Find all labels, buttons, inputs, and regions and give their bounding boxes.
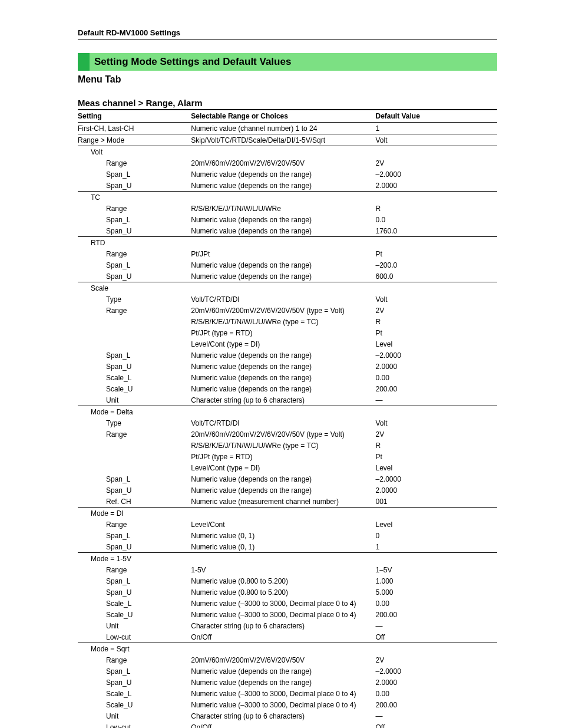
table-row: Mode = Delta bbox=[78, 406, 497, 418]
cell-range: 20mV/60mV/200mV/2V/6V/20V/50V bbox=[191, 654, 375, 666]
cell-range: Numeric value (depends on the range) bbox=[191, 259, 375, 271]
table-row: Low-cutOn/OffOff bbox=[78, 722, 497, 728]
cell-setting: Type bbox=[78, 417, 191, 429]
cell-setting: Type bbox=[78, 294, 191, 305]
cell-default: 200.00 bbox=[376, 609, 498, 620]
cell-default bbox=[376, 406, 498, 418]
table-row: RangeR/S/B/K/E/J/T/N/W/L/U/WReR bbox=[78, 203, 497, 214]
table-row: Scale_LNumeric value (–3000 to 3000, Dec… bbox=[78, 688, 497, 699]
cell-setting: RTD bbox=[78, 237, 191, 249]
cell-default: Off bbox=[376, 631, 498, 643]
cell-setting: Range bbox=[78, 157, 191, 169]
cell-default: 1760.0 bbox=[376, 225, 498, 237]
settings-table: Setting Selectable Range or Choices Defa… bbox=[78, 109, 497, 728]
cell-setting bbox=[78, 451, 191, 462]
cell-setting: Unit bbox=[78, 710, 191, 722]
cell-range: Numeric value (–3000 to 3000, Decimal pl… bbox=[191, 598, 375, 609]
cell-default: 600.0 bbox=[376, 271, 498, 282]
cell-range bbox=[191, 146, 375, 158]
cell-default: R bbox=[376, 440, 498, 451]
table-row: First-CH, Last-CHNumeric value (channel … bbox=[78, 123, 497, 134]
cell-range: Pt/JPt bbox=[191, 248, 375, 259]
cell-range: Volt/TC/RTD/DI bbox=[191, 417, 375, 429]
table-row: TC bbox=[78, 192, 497, 203]
cell-setting: Mode = Sqrt bbox=[78, 643, 191, 655]
table-row: Pt/JPt (type = RTD)Pt bbox=[78, 451, 497, 462]
cell-default: 5.000 bbox=[376, 587, 498, 598]
cell-range: Numeric value (channel number) 1 to 24 bbox=[191, 123, 375, 134]
cell-setting: Range bbox=[78, 203, 191, 214]
table-row: Scale_UNumeric value (–3000 to 3000, Dec… bbox=[78, 699, 497, 710]
cell-default bbox=[376, 146, 498, 158]
cell-range: Numeric value (0.800 to 5.200) bbox=[191, 587, 375, 598]
cell-default: R bbox=[376, 316, 498, 327]
cell-default: 1.000 bbox=[376, 575, 498, 587]
table-row: Span_UNumeric value (0.800 to 5.200)5.00… bbox=[78, 587, 497, 598]
cell-default: –2.0000 bbox=[376, 350, 498, 361]
table-row: RTD bbox=[78, 237, 497, 249]
table-row: Span_UNumeric value (0, 1)1 bbox=[78, 541, 497, 553]
cell-default: 2V bbox=[376, 305, 498, 316]
cell-setting: Scale_L bbox=[78, 598, 191, 609]
cell-range: R/S/B/K/E/J/T/N/W/L/U/WRe (type = TC) bbox=[191, 316, 375, 327]
cell-range bbox=[191, 237, 375, 249]
table-row: Range20mV/60mV/200mV/2V/6V/20V/50V2V bbox=[78, 654, 497, 666]
cell-range: Character string (up to 6 characters) bbox=[191, 394, 375, 406]
table-row: Range20mV/60mV/200mV/2V/6V/20V/50V2V bbox=[78, 157, 497, 169]
table-row: RangeLevel/ContLevel bbox=[78, 519, 497, 530]
cell-range: Numeric value (depends on the range) bbox=[191, 361, 375, 372]
cell-default bbox=[376, 237, 498, 249]
cell-setting: Span_U bbox=[78, 361, 191, 372]
table-header-row: Setting Selectable Range or Choices Defa… bbox=[78, 110, 497, 123]
table-row: Pt/JPt (type = RTD)Pt bbox=[78, 327, 497, 338]
table-row: TypeVolt/TC/RTD/DIVolt bbox=[78, 417, 497, 429]
cell-range: Numeric value (–3000 to 3000, Decimal pl… bbox=[191, 699, 375, 710]
cell-default: — bbox=[376, 710, 498, 722]
cell-range: Numeric value (0.800 to 5.200) bbox=[191, 575, 375, 587]
cell-setting: Range bbox=[78, 519, 191, 530]
cell-setting: Span_U bbox=[78, 225, 191, 237]
table-row: Span_LNumeric value (0, 1)0 bbox=[78, 530, 497, 541]
cell-range: Numeric value (depends on the range) bbox=[191, 485, 375, 496]
cell-default: 2.0000 bbox=[376, 180, 498, 192]
cell-setting: Span_L bbox=[78, 530, 191, 541]
cell-setting bbox=[78, 327, 191, 338]
cell-default: Volt bbox=[376, 417, 498, 429]
table-row: TypeVolt/TC/RTD/DIVolt bbox=[78, 294, 497, 305]
page: Default RD-MV1000 Settings Setting Mode … bbox=[0, 0, 562, 728]
cell-setting: Scale_U bbox=[78, 699, 191, 710]
cell-setting: Range bbox=[78, 429, 191, 440]
cell-range: Numeric value (–3000 to 3000, Decimal pl… bbox=[191, 609, 375, 620]
cell-default: –2.0000 bbox=[376, 666, 498, 677]
cell-range: Numeric value (measurement channel numbe… bbox=[191, 496, 375, 508]
table-row: R/S/B/K/E/J/T/N/W/L/U/WRe (type = TC)R bbox=[78, 440, 497, 451]
cell-default bbox=[376, 643, 498, 655]
table-row: Span_UNumeric value (depends on the rang… bbox=[78, 485, 497, 496]
cell-default: 1 bbox=[376, 541, 498, 553]
table-row: UnitCharacter string (up to 6 characters… bbox=[78, 394, 497, 406]
table-row: Span_LNumeric value (depends on the rang… bbox=[78, 473, 497, 485]
cell-range: Volt/TC/RTD/DI bbox=[191, 294, 375, 305]
cell-default: 200.00 bbox=[376, 383, 498, 394]
cell-setting: First-CH, Last-CH bbox=[78, 123, 191, 134]
table-row: Low-cutOn/OffOff bbox=[78, 631, 497, 643]
cell-setting: Span_L bbox=[78, 575, 191, 587]
col-header-setting: Setting bbox=[78, 110, 191, 123]
cell-setting: Range bbox=[78, 248, 191, 259]
cell-setting bbox=[78, 440, 191, 451]
cell-default bbox=[376, 508, 498, 519]
cell-default: Volt bbox=[376, 134, 498, 146]
cell-default: — bbox=[376, 394, 498, 406]
table-row: Mode = DI bbox=[78, 508, 497, 519]
cell-default: 0.00 bbox=[376, 688, 498, 699]
subsection-heading: Meas channel > Range, Alarm bbox=[78, 98, 497, 108]
col-header-default: Default Value bbox=[376, 110, 498, 123]
cell-default: 2.0000 bbox=[376, 485, 498, 496]
cell-range: Numeric value (depends on the range) bbox=[191, 225, 375, 237]
cell-setting: Span_L bbox=[78, 666, 191, 677]
table-row: Range > ModeSkip/Volt/TC/RTD/Scale/Delta… bbox=[78, 134, 497, 146]
table-row: R/S/B/K/E/J/T/N/W/L/U/WRe (type = TC)R bbox=[78, 316, 497, 327]
cell-range: Numeric value (–3000 to 3000, Decimal pl… bbox=[191, 688, 375, 699]
cell-setting: Range bbox=[78, 564, 191, 575]
cell-range bbox=[191, 508, 375, 519]
